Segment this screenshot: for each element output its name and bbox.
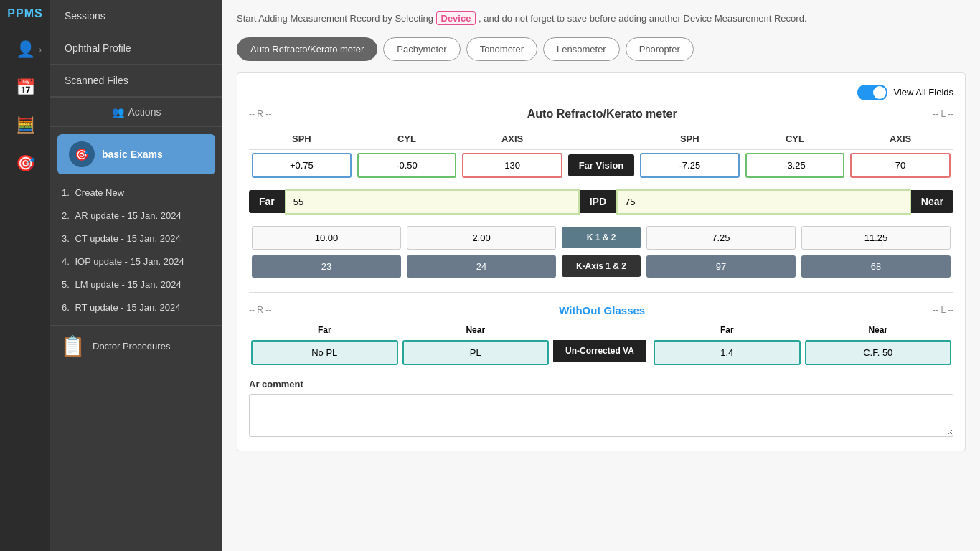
k-axis-l-val2: 24 [407,255,556,278]
th-r-axis: AXIS [847,129,953,149]
k-r-val1-cell[interactable] [644,223,798,253]
far-vision-label: Far Vision [568,154,634,176]
wg-r-far-cell[interactable] [651,338,803,367]
wg-l-near-input[interactable] [402,340,550,365]
cell-l-sph[interactable] [249,149,354,181]
icon-bar: PPMS 👤 › 📅 🧮 🎯 [0,0,50,551]
info-text-after: , and do not forget to save before addin… [479,13,806,24]
input-l-axis[interactable] [462,153,562,178]
without-glasses-header: -- R -- WithOut Glasses -- L -- [249,304,953,316]
cell-l-axis[interactable] [459,149,565,181]
wg-th-far-left: Far [249,325,400,335]
actions-label: Actions [128,106,161,118]
wg-header-row: Far Near Far Near [249,325,953,335]
sidebar-list-item-3[interactable]: 3. CT update - 15 Jan. 2024 [57,227,215,250]
cell-far-vision-label: Far Vision [565,149,637,181]
basic-exams-label: basic Exams [102,149,163,160]
wg-r-far-input[interactable] [654,340,801,365]
input-l-sph[interactable] [252,153,352,178]
tab-lensometer[interactable]: Lensometer [543,37,620,61]
th-r-sph: SPH [637,129,743,149]
ar-comment-textarea[interactable] [249,394,953,437]
target-icon: 🎯 [16,154,35,173]
sidebar-list-item-2[interactable]: 2. AR update - 15 Jan. 2024 [57,204,215,227]
list-item-label-3: CT update - 15 Jan. 2024 [75,233,180,244]
list-item-label-5: LM update - 15 Jan. 2024 [75,279,181,290]
crosshair-icon: 🎯 [75,148,89,161]
wg-r-label: -- R -- [249,305,271,315]
info-bar: Start Adding Measurement Record by Selec… [237,11,966,26]
sidebar-item-sessions[interactable]: Sessions [50,0,222,32]
app-logo: PPMS [7,7,42,20]
meter-r-label: -- R -- [249,109,271,119]
tab-phoropter[interactable]: Phoropter [626,37,694,61]
uncorrected-va-label: Un-Corrected VA [553,340,646,362]
list-item-label-2: AR update - 15 Jan. 2024 [75,210,181,221]
sidebar-list-item-6[interactable]: 6. RT update - 15 Jan. 2024 [57,296,215,319]
doctor-procedures-btn[interactable]: 📋 Doctor Procedures [50,325,222,367]
measurement-card: View All Fields -- R -- Auto Refracto/Ke… [237,72,966,451]
th-r-cyl: CYL [743,129,848,149]
basic-exams-button[interactable]: 🎯 basic Exams [57,134,215,174]
input-r-axis[interactable] [850,153,951,178]
k-l-val1-input[interactable] [252,226,401,250]
ipd-label: IPD [580,190,616,213]
wg-r-near-cell[interactable] [803,338,954,367]
k-r-val2-input[interactable] [801,226,951,250]
meter-header: -- R -- Auto Refracto/Kerato meter -- L … [249,108,953,121]
wg-r-near-input[interactable] [805,340,952,365]
tab-auto-refracto[interactable]: Auto Refracto/Kerato meter [237,37,377,61]
list-item-index-5: 5. [62,279,70,290]
k-l-val1-cell[interactable] [249,223,404,253]
wg-l-near-cell[interactable] [400,338,552,367]
wg-l-label: -- L -- [933,305,953,315]
k-axis-row: 23 24 K-Axis 1 & 2 97 68 [249,253,953,281]
sidebar-list: 1. Create New 2. AR update - 15 Jan. 202… [50,182,222,319]
doctor-procedures-label: Doctor Procedures [93,341,170,352]
ipd-left-input[interactable] [285,189,580,215]
sidebar-item-scanned-files[interactable]: Scanned Files [50,65,222,97]
view-all-row: View All Fields [249,85,953,100]
view-all-toggle[interactable] [857,85,887,100]
input-r-cyl[interactable] [745,153,845,178]
basic-exams-icon: 🎯 [69,141,95,167]
sidebar-create-new[interactable]: 1. Create New [57,182,215,204]
k-axis-label-cell: K-Axis 1 & 2 [559,253,644,281]
cell-r-axis[interactable] [847,149,953,181]
target-icon-btn[interactable]: 🎯 [7,147,43,179]
wg-th-near-right: Near [803,325,954,335]
calculator-icon-btn[interactable]: 🧮 [7,109,43,141]
ipd-right-input[interactable] [616,189,911,215]
sidebar: Sessions Ophthal Profile Scanned Files 👥… [50,0,222,551]
wg-l-far-cell[interactable] [249,338,400,367]
input-l-cyl[interactable] [357,153,457,178]
cell-l-cyl[interactable] [354,149,460,181]
k-r-val2-cell[interactable] [798,223,953,253]
list-item-index-6: 6. [62,302,70,313]
wg-th-spacer [551,325,651,335]
cell-r-sph[interactable] [637,149,743,181]
k-axis-label: K-Axis 1 & 2 [562,255,641,277]
user-icon-btn[interactable]: 👤 › [7,33,43,65]
k-l-val2-input[interactable] [407,226,556,250]
far-label: Far [249,190,285,213]
sph-cyl-axis-table: SPH CYL AXIS SPH CYL AXIS Far Vision [249,129,953,181]
wg-l-far-input[interactable] [251,340,398,365]
sidebar-list-item-4[interactable]: 4. IOP update - 15 Jan. 2024 [57,250,215,273]
tab-tonometer[interactable]: Tonometer [466,37,537,61]
list-item-label-6: RT update - 15 Jan. 2024 [75,302,180,313]
wg-th-near-left: Near [400,325,552,335]
k-1-2-label: K 1 & 2 [562,227,641,248]
input-r-sph[interactable] [640,153,740,178]
k-l-val2-cell[interactable] [404,223,559,253]
sidebar-item-ophthal-profile[interactable]: Ophthal Profile [50,32,222,65]
device-highlight: Device [436,11,476,25]
k-r-val1-input[interactable] [646,226,796,250]
sidebar-list-item-5[interactable]: 5. LM update - 15 Jan. 2024 [57,273,215,296]
tab-pachymeter[interactable]: Pachymeter [383,37,460,61]
chevron-right-icon: › [39,45,42,53]
th-vision-label [565,129,637,149]
cell-r-cyl[interactable] [743,149,848,181]
th-l-axis: AXIS [459,129,565,149]
calendar-icon-btn[interactable]: 📅 [7,71,43,103]
